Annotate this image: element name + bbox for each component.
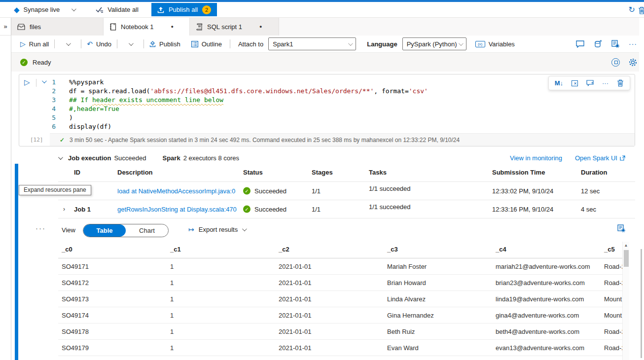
execution-summary: 3 min 50 sec - Apache Spark session star… [70,137,460,144]
delete-cell-icon[interactable] [617,79,624,87]
job-row[interactable]: › Job 1 getRowsInJsonString at Display.s… [58,200,635,218]
synapse-logo-icon: ◆ [14,5,20,14]
scrollbar-thumb[interactable] [624,250,629,267]
publish-count-badge: 2 [202,5,211,14]
run-icon: ▷ [20,40,26,48]
page-scrollbar[interactable] [639,18,644,360]
spark-label: Spark [162,154,180,162]
table-scrollbar[interactable]: ▲ [622,242,629,360]
job-table-header: ID Description Status Stages Tasks Submi… [58,167,635,181]
convert-to-markdown-icon[interactable]: M↓ [555,79,563,87]
success-icon: ✓ [243,187,250,195]
job-execution-title: Job execution [68,154,111,162]
code-cell[interactable]: ▷ 1%%pyspark 2df = spark.read.load('abfs… [19,74,635,146]
table-row[interactable]: SO4917312021-01-01Linda Alvarezlinda19@a… [58,291,629,307]
export-results-button[interactable]: ↦ Export results [188,225,246,233]
col-description: Description [117,169,153,176]
variables-label: Variables [489,40,515,48]
mode-selector[interactable]: ◆ Synapse live [14,5,75,14]
clear-output-icon[interactable]: ✕ [572,80,578,86]
undo-icon: ↶ [87,40,93,48]
publish-upload-icon [157,6,164,13]
run-options-chevron-icon[interactable] [66,41,71,46]
run-all-label: Run all [29,40,49,48]
expand-resources-pane-button[interactable]: » [0,18,11,36]
configure-session-icon[interactable] [611,40,619,48]
publish-button[interactable]: Publish [149,40,180,48]
tab-files[interactable]: files [11,18,104,36]
job-description-link[interactable]: load at NativeMethodAccessorImpl.java:0 [117,187,235,195]
chevron-down-icon [459,41,464,46]
stop-session-icon[interactable] [611,58,620,67]
execution-success-icon: ✓ [60,137,65,144]
attach-to-select[interactable]: Spark1 [268,37,356,50]
col-c3: _c3 [384,246,492,253]
col-tasks: Tasks [369,169,387,176]
chevron-down-icon [242,226,247,231]
refresh-icon[interactable]: ↻ [629,5,635,14]
expand-job-chevron-icon[interactable]: › [63,206,65,213]
chevron-down-icon [348,41,353,46]
tab-label: Notebook 1 [121,23,154,31]
job-table: ID Description Status Stages Tasks Submi… [58,167,635,218]
tab-notebook-1[interactable]: Notebook 1 ● [104,18,190,36]
language-select[interactable]: PySpark (Python) [402,37,466,50]
view-in-monitoring-link[interactable]: View in monitoring [510,154,562,162]
tab-sql-script-1[interactable]: SQL script 1 ● [190,18,279,36]
undo-options-chevron-icon[interactable] [129,41,134,46]
toolbar-more-icon[interactable]: ··· [629,40,637,48]
discard-icon[interactable] [638,6,644,14]
view-chart-button[interactable]: Chart [126,224,168,237]
results-header-row: _c0 _c1 _c2 _c3 _c4 _c5 [58,241,629,258]
job-tasks: 1/1 succeeded [369,203,411,211]
notebook-icon [109,23,116,31]
line-number: 5 [19,113,56,122]
job-status: ✓Succeeded [243,206,286,213]
validate-all-button[interactable]: Validate all [96,6,139,13]
col-c4: _c4 [492,246,601,253]
files-icon [17,24,25,30]
job-stages: 1/1 [312,187,321,195]
run-all-button[interactable]: ▷ Run all [20,40,49,48]
outline-button[interactable]: Outline [191,40,222,48]
col-submission-time: Submission Time [492,169,545,176]
publish-all-button[interactable]: Publish all 2 [151,3,217,16]
job-description-link[interactable]: getRowsInJsonString at Display.scala:470 [117,206,237,213]
output-more-icon[interactable]: ··· [36,224,46,232]
table-row[interactable]: SO4917812021-01-01Beth Ruizbeth4@adventu… [58,324,629,340]
table-row[interactable]: SO4917412021-01-01Gina Hernandezgina4@ad… [58,307,629,324]
tab-label: SQL script 1 [207,23,242,31]
comments-icon[interactable] [576,40,584,48]
job-submission-time: 12:33:02 PM, 9/10/24 [492,187,553,195]
results-table: _c0 _c1 _c2 _c3 _c4 _c5 SO4917112021-01-… [58,241,629,360]
cell-more-icon[interactable]: ··· [602,79,608,87]
view-toggle: Table Chart [83,224,169,237]
add-comment-icon[interactable] [586,80,594,86]
mode-label: Synapse live [24,6,60,13]
line-number: 6 [19,122,56,131]
code-line: display(df) [56,122,111,131]
settings-gear-icon[interactable] [629,58,637,67]
success-icon: ✓ [243,206,250,213]
open-spark-ui-label: Open Spark UI [575,154,617,162]
unsaved-dot-icon: ● [259,24,262,29]
col-c1: _c1 [167,246,275,253]
page-scrollbar-thumb[interactable] [641,249,642,358]
open-spark-ui-link[interactable]: Open Spark UI [575,154,625,162]
code-editor[interactable]: 1%%pyspark 2df = spark.read.load('abfss:… [19,78,635,131]
selected-cell-indicator [15,164,18,360]
collapse-jobs-chevron-icon[interactable] [58,155,63,160]
variables-button[interactable]: (x) Variables [475,40,515,48]
scroll-up-icon[interactable]: ▲ [623,243,629,248]
table-settings-icon[interactable] [617,224,625,232]
table-row[interactable]: SO4917112021-01-01Mariah Fostermariah21@… [58,258,629,275]
table-row[interactable]: SO4917912021-01-01Evan Wardevan13@advent… [58,340,629,356]
outline-icon [191,41,198,47]
tab-label: files [30,23,41,31]
session-packages-icon[interactable] [594,40,602,48]
code-line: df = spark.read.load('abfss://files@dl45… [56,87,428,96]
job-row[interactable]: › Job 0 load at NativeMethodAccessorImpl… [58,181,635,200]
undo-button[interactable]: ↶ Undo [87,40,111,48]
table-row[interactable]: SO4917212021-01-01Brian Howardbrian23@ad… [58,275,629,291]
view-table-button[interactable]: Table [83,224,126,237]
